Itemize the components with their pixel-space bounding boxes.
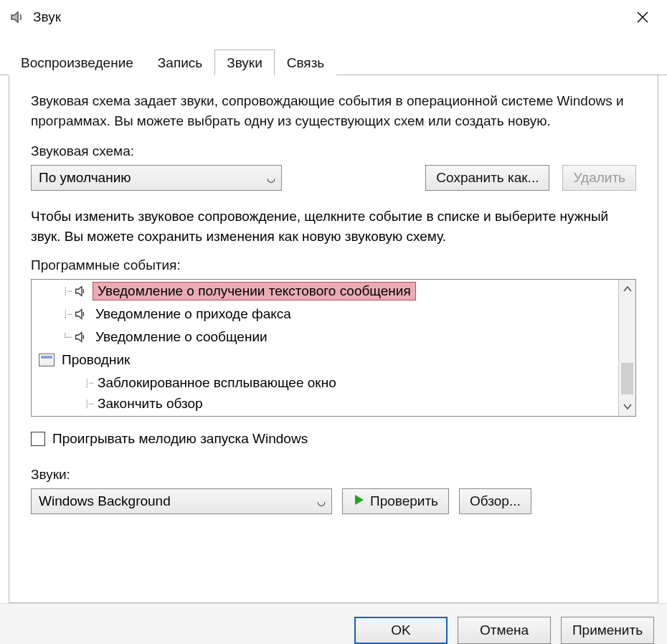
cancel-button[interactable]: Отмена bbox=[458, 617, 551, 644]
save-as-button[interactable]: Сохранить как... bbox=[425, 165, 549, 191]
event-item[interactable]: ┊┄ Закончить обзор bbox=[32, 394, 618, 413]
dialog-footer: OK Отмена Применить bbox=[0, 603, 667, 644]
scheme-combobox[interactable]: По умолчанию ◡ bbox=[31, 165, 282, 191]
delete-button: Удалить bbox=[562, 165, 636, 191]
sounds-panel: Звуковая схема задает звуки, сопровождаю… bbox=[9, 75, 658, 603]
events-listbox[interactable]: ┊┄ Уведомление о получении текстового со… bbox=[31, 279, 636, 417]
events-tree: ┊┄ Уведомление о получении текстового со… bbox=[32, 280, 618, 416]
speaker-icon bbox=[73, 329, 89, 345]
close-button[interactable] bbox=[625, 3, 660, 32]
listbox-scrollbar[interactable] bbox=[618, 280, 635, 416]
apply-button[interactable]: Применить bbox=[561, 617, 654, 644]
tab-sounds[interactable]: Звуки bbox=[214, 49, 275, 75]
window-title: Звук bbox=[33, 9, 61, 25]
tab-playback[interactable]: Воспроизведение bbox=[9, 49, 146, 75]
event-item[interactable]: ┊┄ Уведомление о получении текстового со… bbox=[32, 280, 618, 303]
scroll-up-button[interactable] bbox=[619, 280, 635, 298]
chevron-down-icon: ◡ bbox=[267, 172, 275, 184]
app-group-icon bbox=[39, 354, 55, 366]
sound-app-icon bbox=[9, 9, 26, 26]
event-label: Уведомление о сообщении bbox=[93, 329, 270, 345]
startup-sound-checkbox[interactable] bbox=[31, 432, 45, 446]
sound-dialog: Звук Воспроизведение Запись Звуки Связь … bbox=[0, 0, 667, 644]
browse-button[interactable]: Обзор... bbox=[459, 488, 531, 514]
tab-recording[interactable]: Запись bbox=[146, 49, 214, 75]
scheme-description: Звуковая схема задает звуки, сопровождаю… bbox=[31, 91, 636, 131]
event-label: Уведомление о приходе факса bbox=[93, 306, 294, 322]
event-label: Заблокированное всплывающее окно bbox=[95, 375, 339, 391]
events-description: Чтобы изменить звуковое сопровождение, щ… bbox=[31, 207, 636, 246]
ok-button[interactable]: OK bbox=[354, 617, 448, 644]
sounds-label: Звуки: bbox=[31, 467, 636, 483]
scheme-value: По умолчанию bbox=[39, 170, 131, 186]
events-label: Программные события: bbox=[31, 257, 636, 273]
test-button[interactable]: Проверить bbox=[342, 488, 449, 514]
event-item[interactable]: ┊┄ Уведомление о приходе факса bbox=[32, 303, 618, 326]
speaker-icon bbox=[73, 283, 89, 299]
event-group[interactable]: Проводник bbox=[32, 349, 618, 371]
group-label: Проводник bbox=[59, 352, 133, 368]
speaker-icon bbox=[73, 306, 89, 322]
titlebar: Звук bbox=[0, 0, 667, 34]
event-label: Закончить обзор bbox=[95, 396, 206, 412]
tab-bar: Воспроизведение Запись Звуки Связь bbox=[0, 49, 667, 75]
sound-value: Windows Background bbox=[39, 493, 171, 509]
scroll-thumb[interactable] bbox=[621, 363, 633, 394]
scroll-down-button[interactable] bbox=[619, 397, 635, 416]
tab-communications[interactable]: Связь bbox=[275, 49, 337, 75]
event-item[interactable]: ┊┄ Заблокированное всплывающее окно bbox=[32, 371, 618, 394]
event-label: Уведомление о получении текстового сообщ… bbox=[93, 282, 416, 300]
play-icon bbox=[353, 493, 366, 510]
event-item[interactable]: └┄ Уведомление о сообщении bbox=[32, 326, 618, 349]
chevron-down-icon: ◡ bbox=[317, 496, 326, 507]
scheme-label: Звуковая схема: bbox=[31, 143, 636, 159]
startup-sound-label: Проигрывать мелодию запуска Windows bbox=[52, 431, 308, 447]
sound-file-combobox[interactable]: Windows Background ◡ bbox=[31, 488, 332, 514]
